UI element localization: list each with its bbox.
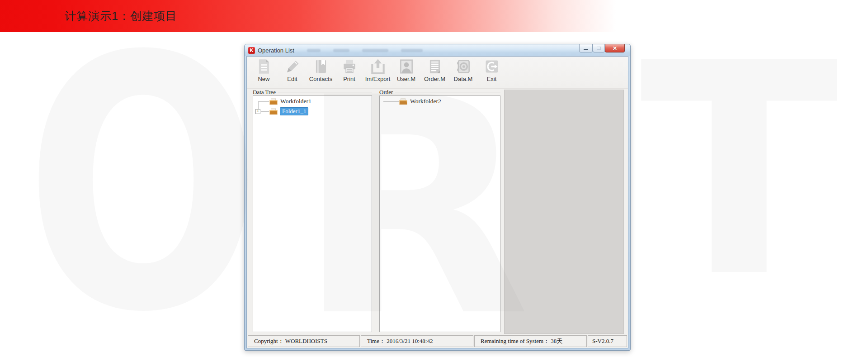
data-tree-group: Data Tree + Workfol [253,89,372,332]
order-group-header: Order [379,89,500,95]
status-time: Time： 2016/3/21 10:48:42 [361,335,473,347]
detail-panel-empty [504,90,624,334]
tree-item-label: Workfolder2 [410,98,441,105]
group-divider-line [278,92,372,92]
edit-pencil-icon [284,58,301,75]
window-title: Operation List [258,47,294,54]
tree-expand-button[interactable]: + [255,109,260,114]
tree-connector-line [261,111,269,112]
maximize-button[interactable] [593,44,605,52]
toolbar-button-exit[interactable]: Exit [477,58,506,88]
toolbar-label: New [258,76,269,82]
new-document-icon [255,58,273,75]
import-export-icon [369,58,387,75]
folder-icon [269,98,278,105]
tree-item-workfolder1[interactable]: Workfolder1 [269,97,311,106]
toolbar-label: Edit [287,76,297,82]
printer-icon [341,58,358,75]
window-titlebar[interactable]: K Operation List ✕ [245,44,630,56]
window-controls: ✕ [579,44,625,52]
tree-item-label: Workfolder1 [280,98,311,105]
data-tree-list[interactable]: + Workfolder1 [253,95,372,332]
contacts-book-icon [312,58,330,75]
toolbar-button-print[interactable]: Print [335,58,363,88]
exit-icon [483,58,500,75]
status-remaining-time: Remaining time of System： 38天 [474,335,587,347]
titlebar-ghost-artifact [307,49,321,52]
toolbar-label: Contacts [309,76,332,82]
toolbar: New Edit Contacts [247,57,628,89]
tree-connector-line [383,101,399,102]
minimize-button[interactable] [579,44,593,52]
toolbar-button-edit[interactable]: Edit [278,58,307,88]
toolbar-button-imexport[interactable]: Im/Export [363,58,392,88]
order-management-icon [426,58,443,75]
status-copyright: Copyright： WORLDHOISTS [248,335,360,347]
toolbar-label: Data.M [454,76,473,82]
titlebar-ghost-artifact [401,49,423,52]
tree-connector-line [258,101,259,109]
tree-item-workfolder2[interactable]: Workfolder2 [399,97,441,106]
toolbar-label: Print [343,76,355,82]
toolbar-button-userm[interactable]: User.M [392,58,420,88]
titlebar-ghost-artifact [362,49,388,52]
close-icon: ✕ [613,46,617,51]
status-bar: Copyright： WORLDHOISTS Time： 2016/3/21 1… [248,335,627,347]
group-divider-line [395,92,500,92]
order-label: Order [379,89,393,96]
minimize-icon [584,49,588,50]
app-logo-icon: K [248,47,255,54]
maximize-icon [597,47,601,50]
tree-connector-line [258,101,269,102]
watermark-letter-t: T [640,25,839,317]
toolbar-label: Exit [487,76,497,82]
toolbar-button-datam[interactable]: Data.M [449,58,477,88]
folder-icon [399,98,408,105]
order-group: Order Workfolder2 [379,89,500,332]
titlebar-ghost-artifact [333,49,349,52]
data-safe-icon [455,58,472,75]
watermark-letter-o: O [25,11,262,360]
close-button[interactable]: ✕ [605,44,625,52]
toolbar-button-new[interactable]: New [250,58,278,88]
data-tree-group-header: Data Tree [253,89,372,95]
window-client-area: New Edit Contacts [246,56,628,348]
data-tree-label: Data Tree [253,89,276,96]
user-management-icon [398,58,415,75]
tree-item-folder1-1[interactable]: Folder1_1 [269,107,308,116]
operation-list-window: K Operation List ✕ New [244,44,631,351]
toolbar-label: Im/Export [365,76,391,82]
order-list[interactable]: Workfolder2 [379,95,500,332]
toolbar-label: Order.M [424,76,445,82]
tree-item-rename-input[interactable]: Folder1_1 [280,107,308,116]
toolbar-label: User.M [397,76,415,82]
status-version: S-V2.0.7 [588,335,627,347]
top-banner: 计算演示1：创建项目 [0,0,868,32]
banner-title: 计算演示1：创建项目 [65,0,177,32]
toolbar-button-orderm[interactable]: Order.M [420,58,449,88]
panels-area: Data Tree + Workfol [248,89,627,335]
folder-icon [269,108,278,115]
toolbar-button-contacts[interactable]: Contacts [307,58,335,88]
